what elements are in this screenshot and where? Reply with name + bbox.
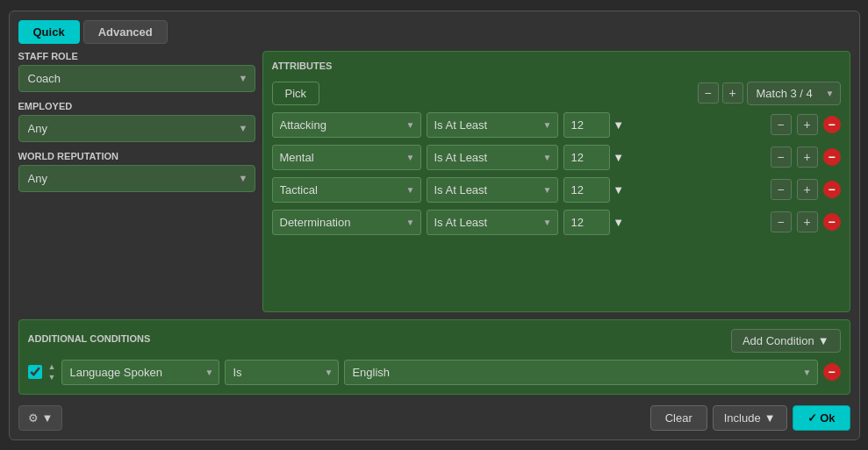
value-select-0[interactable]: 1215101520: [563, 112, 610, 138]
condition-select-0[interactable]: Is At LeastIs At MostIs: [427, 112, 558, 138]
is-select[interactable]: Is Is Not: [225, 360, 339, 385]
employed-wrapper: Any Yes No ▼: [18, 115, 255, 142]
attr-select-3[interactable]: DeterminationAttackingMentalTactical: [272, 210, 421, 235]
english-select-wrapper: English French Spanish German ▼: [344, 360, 817, 385]
condition-select-wrapper-0: Is At LeastIs At MostIs ▼: [427, 112, 558, 138]
row-plus-button-1[interactable]: +: [797, 146, 818, 168]
condition-remove-button[interactable]: −: [823, 363, 841, 381]
clear-button[interactable]: Clear: [650, 405, 707, 431]
attr-row-0: AttackingMentalTacticalDetermination ▼ I…: [272, 112, 841, 138]
row-plus-button-0[interactable]: +: [797, 114, 818, 135]
row-plus-button-2[interactable]: +: [797, 179, 818, 200]
value-select-2[interactable]: 12151015: [563, 177, 610, 203]
attr-select-wrapper-3: DeterminationAttackingMentalTactical ▼: [272, 210, 421, 235]
staff-role-wrapper: Coach Assistant Manager Physio Scout ▼: [18, 65, 255, 92]
condition-select-wrapper-2: Is At LeastIs At MostIs ▼: [427, 177, 558, 203]
row-minus-button-3[interactable]: −: [771, 211, 792, 232]
value-arrow-icon-3: ▼: [613, 216, 624, 229]
add-condition-button[interactable]: Add Condition ▼: [731, 329, 841, 353]
attr-select-wrapper-0: AttackingMentalTacticalDetermination ▼: [272, 112, 421, 138]
pick-button[interactable]: Pick: [272, 82, 320, 105]
gear-button[interactable]: ⚙ ▼: [18, 405, 63, 431]
include-arrow-icon: ▼: [764, 411, 776, 425]
language-select-wrapper: Language Spoken Nationality Age ▼: [61, 360, 219, 385]
world-rep-label: WORLD REPUTATION: [18, 151, 255, 161]
row-plus-button-3[interactable]: +: [797, 211, 818, 232]
value-arrow-icon-0: ▼: [613, 118, 624, 132]
condition-select-wrapper-1: Is At LeastIs At MostIs ▼: [427, 145, 558, 170]
employed-section: EMPLOYED Any Yes No ▼: [18, 101, 255, 142]
row-remove-button-2[interactable]: −: [823, 181, 841, 198]
sort-up-button[interactable]: ▲: [47, 362, 57, 372]
footer-row: ⚙ ▼ Clear Include ▼ ✓ Ok: [18, 405, 850, 431]
english-select[interactable]: English French Spanish German: [344, 360, 817, 385]
condition-checkbox[interactable]: [28, 365, 42, 379]
attr-row-3: DeterminationAttackingMentalTactical ▼ I…: [272, 210, 841, 235]
staff-role-section: STAFF ROLE Coach Assistant Manager Physi…: [18, 51, 255, 92]
row-minus-button-1[interactable]: −: [771, 146, 792, 168]
match-controls: − + Match 3 / 4 Match 1 / 4 Match 2 / 4 …: [698, 82, 841, 105]
sort-down-button[interactable]: ▼: [47, 373, 57, 382]
staff-role-select[interactable]: Coach Assistant Manager Physio Scout: [18, 65, 255, 92]
include-label: Include: [724, 411, 761, 425]
value-select-1[interactable]: 12151015: [563, 145, 610, 170]
attr-select-1[interactable]: MentalAttackingTacticalDetermination: [272, 145, 421, 170]
value-select-wrapper-0: 1215101520 ▼: [563, 112, 765, 138]
condition-row: ▲ ▼ Language Spoken Nationality Age ▼ Is…: [28, 360, 841, 385]
gear-icon: ⚙: [28, 411, 39, 425]
gear-arrow-icon: ▼: [42, 411, 54, 425]
attr-row-2: TacticalAttackingMentalDetermination ▼ I…: [272, 177, 841, 203]
attributes-panel: ATTRIBUTES Pick − + Match 3 / 4 Match 1 …: [262, 51, 850, 312]
is-select-wrapper: Is Is Not ▼: [225, 360, 339, 385]
ok-button[interactable]: ✓ Ok: [793, 405, 850, 431]
sort-buttons: ▲ ▼: [47, 362, 57, 382]
value-arrow-icon-1: ▼: [613, 151, 624, 164]
attributes-top-row: Pick − + Match 3 / 4 Match 1 / 4 Match 2…: [272, 82, 841, 105]
value-select-3[interactable]: 12151015: [563, 210, 610, 235]
row-remove-button-1[interactable]: −: [823, 148, 841, 166]
include-button[interactable]: Include ▼: [713, 405, 787, 431]
gear-wrapper: ⚙ ▼: [18, 405, 63, 431]
additional-conditions-label: ADDITIONAL CONDITIONS: [28, 333, 151, 344]
employed-label: EMPLOYED: [18, 101, 255, 111]
attributes-label: ATTRIBUTES: [272, 61, 841, 71]
employed-select[interactable]: Any Yes No: [18, 115, 255, 142]
value-select-wrapper-1: 12151015 ▼: [563, 145, 765, 170]
additional-header-row: ADDITIONAL CONDITIONS Add Condition ▼: [28, 329, 841, 353]
row-minus-button-0[interactable]: −: [771, 114, 792, 135]
tab-advanced[interactable]: Advanced: [83, 20, 168, 44]
attr-select-2[interactable]: TacticalAttackingMentalDetermination: [272, 177, 421, 203]
row-remove-button-0[interactable]: −: [823, 116, 841, 133]
match-plus-button[interactable]: +: [722, 82, 743, 104]
condition-select-3[interactable]: Is At LeastIs At MostIs: [427, 210, 558, 235]
footer-left: ⚙ ▼: [18, 405, 63, 431]
additional-conditions-panel: ADDITIONAL CONDITIONS Add Condition ▼ ▲ …: [18, 319, 850, 395]
match-minus-button[interactable]: −: [698, 82, 719, 104]
row-remove-button-3[interactable]: −: [823, 213, 841, 231]
value-select-wrapper-3: 12151015 ▼: [563, 210, 765, 235]
attr-select-wrapper-1: MentalAttackingTacticalDetermination ▼: [272, 145, 421, 170]
main-container: Quick Advanced STAFF ROLE Coach Assistan…: [9, 11, 860, 440]
language-select[interactable]: Language Spoken Nationality Age: [61, 360, 219, 385]
world-rep-section: WORLD REPUTATION Any Low Medium High ▼: [18, 151, 255, 192]
tabs-row: Quick Advanced: [18, 20, 850, 44]
condition-select-1[interactable]: Is At LeastIs At MostIs: [427, 145, 558, 170]
content-row: STAFF ROLE Coach Assistant Manager Physi…: [18, 51, 850, 312]
world-rep-wrapper: Any Low Medium High ▼: [18, 165, 255, 192]
add-condition-arrow-icon: ▼: [818, 334, 829, 347]
value-select-wrapper-2: 12151015 ▼: [563, 177, 765, 203]
row-minus-button-2[interactable]: −: [771, 179, 792, 200]
attr-select-0[interactable]: AttackingMentalTacticalDetermination: [272, 112, 421, 138]
add-condition-label: Add Condition: [742, 334, 814, 347]
staff-role-label: STAFF ROLE: [18, 51, 255, 61]
tab-quick[interactable]: Quick: [18, 20, 80, 44]
attr-row-1: MentalAttackingTacticalDetermination ▼ I…: [272, 145, 841, 170]
footer-right: Clear Include ▼ ✓ Ok: [650, 405, 850, 431]
condition-select-2[interactable]: Is At LeastIs At MostIs: [427, 177, 558, 203]
include-wrapper: Include ▼: [713, 405, 787, 431]
value-arrow-icon-2: ▼: [613, 183, 624, 196]
match-select[interactable]: Match 3 / 4 Match 1 / 4 Match 2 / 4 Matc…: [747, 82, 841, 105]
add-condition-wrapper: Add Condition ▼: [731, 329, 841, 353]
world-rep-select[interactable]: Any Low Medium High: [18, 165, 255, 192]
attr-select-wrapper-2: TacticalAttackingMentalDetermination ▼: [272, 177, 421, 203]
